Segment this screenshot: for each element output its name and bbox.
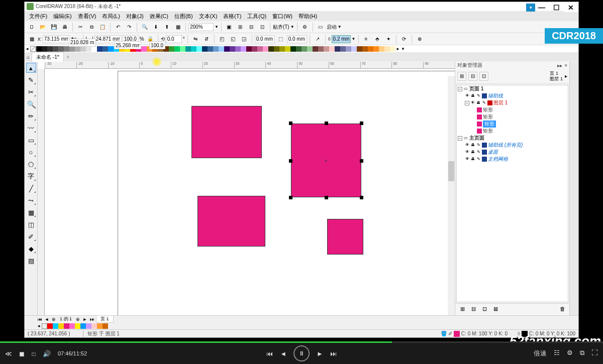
color-swatch[interactable]	[108, 46, 114, 52]
color-swatch[interactable]	[290, 46, 296, 52]
color-swatch[interactable]	[296, 46, 301, 52]
zoom-tool[interactable]: 🔍	[26, 99, 36, 109]
color-swatch[interactable]	[362, 46, 368, 52]
color-swatch[interactable]	[301, 46, 307, 52]
snap-label[interactable]: 贴齐(T)	[273, 24, 289, 31]
palette-right[interactable]: ►	[395, 47, 400, 51]
color-swatch[interactable]	[58, 46, 64, 52]
doc-color-swatch[interactable]	[80, 323, 86, 329]
color-swatch[interactable]	[313, 46, 318, 52]
page-last[interactable]: ⏭	[89, 317, 95, 322]
color-swatch[interactable]	[329, 46, 335, 52]
grid-button[interactable]: ⊟	[246, 22, 256, 32]
doc-color-swatch[interactable]	[64, 323, 69, 329]
redo-button[interactable]: ↷	[124, 22, 134, 32]
pip-button[interactable]: ⧉	[580, 349, 584, 358]
color-swatch[interactable]	[357, 46, 362, 52]
doc-tab-1[interactable]: 未命名 -1*	[32, 52, 64, 62]
smartfill-tool[interactable]: ▨	[26, 256, 36, 266]
menu-layout[interactable]: 布局(L)	[99, 12, 122, 21]
color-swatch[interactable]	[97, 46, 103, 52]
color-swatch[interactable]	[368, 46, 373, 52]
color-swatch[interactable]	[235, 46, 241, 52]
polygon-tool[interactable]: ⬠	[26, 159, 36, 169]
crop-tool[interactable]: ✂	[26, 87, 36, 97]
rulers-button[interactable]: ⊞	[235, 22, 245, 32]
doc-color-swatch[interactable]	[58, 323, 64, 329]
no-color-swatch[interactable]	[30, 46, 36, 52]
color-swatch[interactable]	[75, 46, 80, 52]
corner-lock[interactable]: ⬚	[276, 34, 286, 44]
ruler-vertical[interactable]	[38, 69, 45, 315]
settings-button[interactable]: ⚙	[567, 349, 573, 358]
launch-icon[interactable]: ▭	[316, 22, 326, 32]
minimize-button[interactable]: —	[535, 3, 548, 12]
next-track[interactable]: ⏭	[330, 350, 337, 357]
rectangle-tool[interactable]: ▭	[26, 135, 36, 145]
color-swatch[interactable]	[213, 46, 219, 52]
color-swatch[interactable]	[64, 46, 69, 52]
color-swatch[interactable]	[307, 46, 313, 52]
color-swatch[interactable]	[390, 46, 395, 52]
doc-color-swatch[interactable]	[75, 323, 80, 329]
color-swatch[interactable]	[169, 46, 174, 52]
refresh-button[interactable]: ⟳	[399, 34, 409, 44]
menu-file[interactable]: 文件(F)	[27, 12, 50, 21]
doc-color-swatch[interactable]	[86, 323, 91, 329]
menu-effect[interactable]: 效果(C)	[147, 12, 171, 21]
color-swatch[interactable]	[335, 46, 340, 52]
color-swatch[interactable]	[202, 46, 208, 52]
fill-info[interactable]: 🪣 ✐ C: 0 M: 100 Y: 0 K: 0	[441, 331, 508, 337]
artistic-tool[interactable]: 〰	[26, 123, 36, 133]
volume-icon[interactable]: 🔊	[43, 350, 51, 357]
color-swatch[interactable]	[252, 46, 257, 52]
y-input[interactable]	[69, 39, 96, 47]
color-swatch[interactable]	[36, 46, 42, 52]
prev-track[interactable]: ⏮	[266, 350, 273, 357]
color-swatch[interactable]	[257, 46, 263, 52]
page-first[interactable]: ⏮	[37, 317, 43, 322]
delete-layer-button[interactable]: 🗑	[558, 306, 566, 314]
cut-button[interactable]: ✂	[75, 22, 85, 32]
player-collapse[interactable]: ≪	[5, 350, 12, 357]
print-button[interactable]: 🖶	[60, 22, 70, 32]
connector-tool[interactable]: ⤳	[26, 195, 36, 205]
mirror-v-button[interactable]: ⇵	[202, 34, 212, 44]
scaley-input[interactable]	[149, 41, 165, 49]
fill-tool[interactable]: ◆	[26, 244, 36, 254]
shape-tool[interactable]: ✎	[26, 75, 36, 85]
color-swatch[interactable]	[219, 46, 224, 52]
doc-color-swatch[interactable]	[69, 323, 75, 329]
color-swatch[interactable]	[274, 46, 279, 52]
color-swatch[interactable]	[91, 46, 97, 52]
corner-radius-2[interactable]	[287, 35, 307, 43]
docker-view3-button[interactable]: ⊡	[479, 72, 488, 81]
color-swatch[interactable]	[246, 46, 252, 52]
color-swatch[interactable]	[384, 46, 390, 52]
docker-view1-button[interactable]: ⊞	[457, 72, 466, 81]
color-swatch[interactable]	[180, 46, 185, 52]
doc-color-swatch[interactable]	[47, 323, 53, 329]
transparency-tool[interactable]: ◫	[26, 219, 36, 229]
rectangle-object[interactable]	[327, 219, 363, 255]
parallel-tool[interactable]: ╱	[26, 183, 36, 193]
zoom-input[interactable]	[188, 23, 214, 31]
doc-color-swatch[interactable]	[91, 323, 97, 329]
page-add-after[interactable]: ⊕	[75, 317, 81, 322]
color-swatch[interactable]	[47, 46, 53, 52]
color-swatch[interactable]	[80, 46, 86, 52]
color-swatch[interactable]	[318, 46, 324, 52]
color-swatch[interactable]	[174, 46, 180, 52]
color-swatch[interactable]	[196, 46, 202, 52]
dropshadow-tool[interactable]: ▦	[26, 207, 36, 217]
color-swatch[interactable]	[69, 46, 75, 52]
order-button[interactable]: ⬘	[372, 34, 382, 44]
freehand-tool[interactable]: ✏	[26, 111, 36, 121]
new-master-layer-button[interactable]: ⊟	[469, 306, 477, 314]
color-swatch[interactable]	[324, 46, 329, 52]
export-button[interactable]: ⬆	[162, 22, 172, 32]
canvas-scrollbar-v[interactable]	[448, 76, 455, 315]
color-swatch[interactable]	[351, 46, 357, 52]
new-layer-button[interactable]: ⊞	[458, 306, 466, 314]
new-layer4-button[interactable]: ⊠	[491, 306, 499, 314]
